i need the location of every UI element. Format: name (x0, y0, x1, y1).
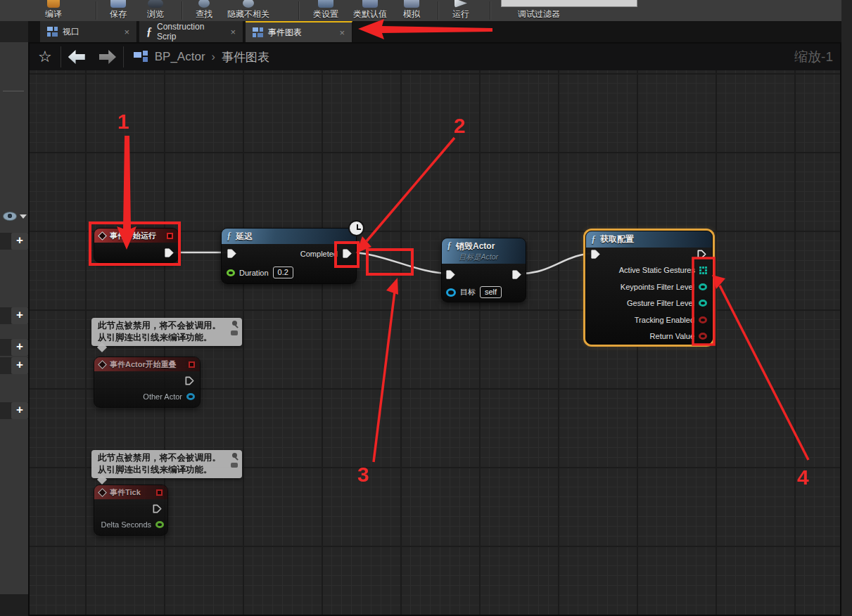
class-settings-button[interactable]: 类设置 (307, 0, 344, 21)
exec-pin-icon (445, 269, 456, 280)
target-value-field[interactable]: self (480, 286, 502, 298)
annotation-number-2: 2 (454, 114, 466, 138)
toolbar: 编译 保存 浏览 查找 隐藏不相关 类设置 类默认值 (0, 0, 841, 21)
class-defaults-button[interactable]: 类默认值 (348, 0, 392, 21)
forward-arrow-icon[interactable] (99, 50, 116, 64)
pin-label: 目标 (460, 287, 476, 297)
myblueprint-collapsed-panel: + + + + + (0, 0, 28, 616)
pin-label: Delta Seconds (101, 520, 151, 529)
pin-label: Keypoints Filter Level (621, 283, 694, 291)
event-node-badge-icon (189, 361, 195, 368)
enum-pin-icon (699, 283, 707, 290)
duration-input-pin[interactable]: Duration 0.2 (227, 267, 293, 278)
other-actor-output-pin[interactable]: Other Actor (143, 392, 195, 401)
eye-icon (3, 212, 17, 221)
category-row: + (0, 233, 28, 250)
event-icon (98, 231, 107, 240)
close-icon[interactable]: × (117, 27, 129, 37)
node-title: 销毁Actor (456, 240, 495, 252)
node-destroy-actor[interactable]: ƒ 销毁Actor 目标是Actor 目标 self (441, 238, 526, 302)
event-graph-icon (253, 27, 263, 38)
divider (123, 46, 124, 68)
exec-out-pin[interactable] (697, 249, 707, 259)
category-row: + (0, 357, 28, 374)
add-event-dispatcher-button[interactable]: + (11, 402, 28, 419)
add-macro-button[interactable]: + (11, 339, 28, 356)
add-variable-button[interactable]: + (11, 357, 28, 374)
hide-unrelated-button[interactable]: 隐藏不相关 (222, 0, 275, 21)
delta-seconds-output-pin[interactable]: Delta Seconds (101, 520, 164, 529)
event-node-badge-icon (167, 233, 173, 239)
toolbar-separator (96, 1, 96, 20)
find-button[interactable]: 查找 (189, 0, 220, 21)
breadcrumb-asset[interactable]: BP_Actor (155, 50, 205, 64)
compile-button[interactable]: 编译 (34, 0, 73, 21)
function-icon: ƒ (146, 25, 152, 38)
pin-label: Completed (300, 250, 338, 258)
exec-in-pin[interactable] (227, 248, 237, 259)
tab-label: Construction Scrip (157, 22, 218, 41)
exec-pin-icon (164, 248, 174, 258)
float-pin-icon (155, 521, 164, 528)
simulate-button[interactable]: 模拟 (396, 0, 427, 21)
debug-filter-button[interactable]: 调试过滤器 (505, 0, 573, 21)
compile-icon (47, 0, 60, 8)
exec-pin-icon (697, 249, 707, 259)
exec-out-pin[interactable] (184, 376, 195, 386)
pin-label: Active Static Gestures (619, 266, 695, 274)
find-icon (198, 0, 210, 8)
back-arrow-icon[interactable] (68, 50, 85, 64)
pin-label: Return Value (650, 332, 694, 340)
output-pin-gesture-filter-level[interactable]: Gesture Filter Level (627, 299, 707, 307)
browse-button[interactable]: 浏览 (140, 0, 171, 21)
exec-out-pin[interactable] (164, 248, 174, 258)
node-event-actor-begin-overlap[interactable]: 事件Actor开始重叠 Other Actor (94, 357, 201, 408)
node-delay[interactable]: ƒ 延迟 Completed Duration 0.2 (221, 228, 357, 284)
annotation-number-4: 4 (797, 466, 809, 489)
output-pin-return-value[interactable]: Return Value (650, 332, 707, 340)
zoom-level-label: 缩放-1 (794, 48, 833, 66)
pin-icon (232, 453, 237, 458)
category-row: + (0, 339, 28, 356)
node-event-tick[interactable]: 事件Tick Delta Seconds (94, 485, 168, 536)
output-pin-active-static-gestures[interactable]: Active Static Gestures (619, 266, 707, 274)
tab-event-graph[interactable]: 事件图表 × (246, 21, 352, 42)
exec-out-pin[interactable] (511, 269, 522, 280)
exec-pin-icon (227, 248, 237, 259)
exec-in-pin[interactable] (590, 249, 601, 259)
category-row: + (0, 402, 28, 419)
bool-pin-icon (699, 316, 707, 323)
node-get-config[interactable]: ƒ 获取配置 Active Static Gestures Keypoints … (585, 231, 713, 345)
exec-pin-icon (184, 376, 195, 386)
favorite-star-icon[interactable]: ☆ (30, 48, 61, 66)
tab-viewport[interactable]: 视口 × (40, 21, 137, 42)
exec-pin-icon (511, 269, 522, 280)
node-event-beginplay[interactable]: 事件开始运行 (94, 228, 179, 263)
breadcrumb-graph[interactable]: 事件图表 (222, 49, 269, 65)
function-icon: ƒ (447, 241, 452, 251)
exec-in-pin[interactable] (445, 269, 456, 280)
node-title: 事件Tick (110, 487, 141, 498)
hide-unrelated-icon (243, 0, 254, 8)
pin-label: Tracking Enabled (635, 316, 694, 324)
comment-icon (231, 331, 238, 335)
output-pin-tracking-enabled[interactable]: Tracking Enabled (635, 316, 707, 324)
save-button[interactable]: 保存 (103, 0, 134, 21)
category-row: + (0, 307, 28, 324)
visibility-dropdown[interactable] (3, 210, 27, 223)
output-pin-keypoints-filter-level[interactable]: Keypoints Filter Level (621, 283, 707, 291)
close-icon[interactable]: × (223, 27, 236, 37)
add-graph-button[interactable]: + (11, 233, 28, 250)
target-input-pin[interactable]: 目标 self (446, 286, 502, 298)
completed-exec-out-pin[interactable]: Completed (300, 248, 352, 259)
add-function-button[interactable]: + (11, 307, 28, 324)
annotation-number-3: 3 (357, 463, 369, 487)
close-icon[interactable]: × (332, 27, 345, 38)
toolbar-separator (490, 1, 490, 20)
duration-value-field[interactable]: 0.2 (273, 267, 293, 278)
play-button[interactable]: 运行 (445, 0, 476, 21)
exec-out-pin[interactable] (152, 503, 163, 514)
tab-construction-script[interactable]: ƒ Construction Scrip × (139, 21, 243, 42)
divider (3, 91, 24, 91)
event-graph-canvas[interactable]: ☆ BP_Actor › 事件图表 缩放-1 事件开始运行 (28, 42, 841, 616)
